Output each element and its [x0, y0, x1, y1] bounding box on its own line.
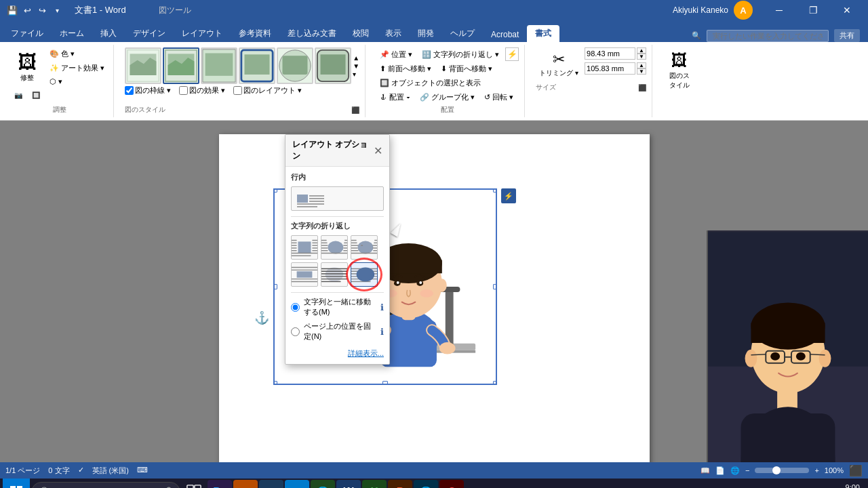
width-down[interactable]: ▼ — [637, 54, 646, 60]
handle-bm[interactable] — [382, 381, 388, 385]
taskbar-app-word[interactable]: W — [336, 480, 361, 488]
word-count[interactable]: 0 文字 — [48, 466, 69, 476]
radio-fix-position-input[interactable] — [291, 327, 300, 336]
style-scroll-down[interactable]: ▼ — [353, 62, 359, 70]
border-checkbox[interactable] — [125, 86, 134, 95]
compress-btn[interactable]: ⬡ ▾ — [46, 76, 108, 87]
tab-home[interactable]: ホーム — [52, 25, 92, 42]
rotate-btn[interactable]: ↺ 回転 ▾ — [481, 91, 517, 104]
taskbar-app-outlook[interactable]: 🌐 — [414, 480, 438, 488]
tab-mailings[interactable]: 差し込み文書 — [279, 25, 344, 42]
style-scroll-up[interactable]: ▲ — [353, 54, 359, 62]
read-mode-icon[interactable]: 📖 — [701, 466, 710, 475]
web-layout-icon[interactable]: 🌐 — [730, 466, 740, 475]
scroll-fit-btn[interactable]: ⬛ — [849, 464, 863, 477]
page-count[interactable]: 1/1 ページ — [5, 466, 40, 476]
radio-move-with-text[interactable]: 文字列と一緒に移動する(M) ℹ — [291, 297, 384, 317]
handle-tr[interactable] — [493, 188, 497, 192]
style-more[interactable]: ▾ — [353, 70, 359, 78]
handle-ml[interactable] — [273, 284, 277, 289]
style-thumb-3[interactable] — [201, 47, 237, 84]
selection-pane-btn[interactable]: 🔲 オブジェクトの選択と表示 — [376, 77, 484, 89]
crop-btn[interactable]: ✂ トリミング ▾ — [536, 47, 582, 81]
start-button[interactable] — [3, 479, 30, 488]
redo-button[interactable]: ↪ — [35, 3, 49, 17]
taskbar-app-wacom[interactable]: W — [259, 480, 283, 488]
taskbar-app-filezilla[interactable]: FZ — [233, 480, 258, 488]
align-btn[interactable]: ⫝̸ 配置 ▾ — [376, 91, 414, 104]
size-more[interactable]: ⬛ — [638, 84, 646, 92]
move-help-icon[interactable]: ℹ — [380, 302, 384, 312]
style-thumb-6[interactable] — [315, 47, 351, 84]
layout-option-inline[interactable] — [291, 186, 384, 211]
layout-options-btn[interactable]: ⚡ — [505, 47, 519, 61]
zoom-out-btn[interactable]: − — [745, 466, 749, 474]
handle-br[interactable] — [493, 381, 497, 385]
customize-qat-button[interactable]: ▾ — [50, 3, 64, 17]
color-btn[interactable]: 🎨 色 ▾ — [46, 47, 108, 60]
tab-acrobat[interactable]: Acrobat — [483, 27, 527, 42]
effect-checkbox[interactable] — [179, 86, 188, 95]
tab-references[interactable]: 参考資料 — [231, 25, 279, 42]
style-thumb-1[interactable] — [125, 47, 161, 84]
taskbar-app-browser[interactable]: 🌐 — [311, 480, 335, 488]
tab-view[interactable]: 表示 — [377, 25, 410, 42]
print-layout-icon[interactable]: 📄 — [715, 466, 725, 475]
layout-check[interactable] — [233, 86, 242, 95]
new-style-btn[interactable]: 🖼 図のスタイル — [663, 47, 696, 94]
language[interactable]: 英語 (米国) — [92, 466, 129, 476]
tab-insert[interactable]: 挿入 — [92, 25, 125, 42]
search-input[interactable] — [707, 30, 829, 42]
zoom-in-btn[interactable]: + — [814, 466, 818, 474]
restore-button[interactable]: ❐ — [797, 0, 829, 20]
handle-mr[interactable] — [493, 284, 497, 289]
group-btn[interactable]: 🔗 グループ化 ▾ — [416, 91, 478, 104]
layout-options-icon[interactable]: ⚡ — [501, 188, 516, 203]
layout-panel-close-button[interactable]: ✕ — [374, 144, 382, 157]
fix-help-icon[interactable]: ℹ — [380, 327, 384, 337]
tab-format[interactable]: 書式 — [527, 25, 559, 42]
radio-fix-position[interactable]: ページ上の位置を固定(N) ℹ — [291, 321, 384, 342]
send-backward-btn[interactable]: ⬇ 背面へ移動 ▾ — [437, 62, 496, 75]
layout-option-behind[interactable] — [321, 262, 348, 287]
taskbar-app-excel[interactable]: X — [362, 480, 387, 488]
taskbar-app-cast[interactable]: C — [439, 480, 464, 488]
tab-layout[interactable]: レイアウト — [174, 25, 231, 42]
taskbar-task-view[interactable] — [182, 480, 206, 488]
position-btn[interactable]: 📌 位置 ▾ — [376, 47, 416, 61]
minimize-button[interactable]: ─ — [764, 0, 795, 20]
width-up[interactable]: ▲ — [637, 47, 646, 54]
tab-dev[interactable]: 開発 — [410, 25, 442, 42]
undo-button[interactable]: ↩ — [20, 3, 34, 17]
remove-bg-btn[interactable]: 🔲 — [28, 90, 43, 100]
input-mode-icon[interactable]: ⌨ — [137, 466, 148, 476]
width-input[interactable] — [585, 47, 635, 60]
layout-option-infront[interactable] — [351, 262, 378, 287]
style-thumb-2[interactable] — [163, 47, 199, 84]
layout-option-topbottom[interactable] — [291, 262, 318, 287]
taskbar-app-vscode[interactable]: ⌨ — [285, 480, 309, 488]
height-up[interactable]: ▲ — [637, 62, 646, 68]
taskbar-app-photoshop[interactable]: Ps — [208, 480, 232, 488]
layout-option-tight[interactable] — [321, 235, 348, 260]
layout-option-square[interactable] — [291, 235, 318, 260]
layout-option-through[interactable] — [351, 235, 378, 260]
tab-review[interactable]: 校閲 — [344, 25, 377, 42]
style-thumb-5[interactable] — [277, 47, 313, 84]
height-input[interactable] — [585, 62, 635, 75]
height-down[interactable]: ▼ — [637, 68, 646, 75]
style-thumb-4[interactable] — [239, 47, 275, 84]
change-picture-btn[interactable]: 📷 — [11, 90, 26, 100]
wrap-text-btn[interactable]: 🔠 文字列の折り返し ▾ — [418, 47, 502, 61]
tab-design[interactable]: デザイン — [125, 25, 174, 42]
handle-tl[interactable] — [273, 188, 277, 192]
bring-forward-btn[interactable]: ⬆ 前面へ移動 ▾ — [376, 62, 435, 75]
proofing-icon[interactable]: ✓ — [78, 466, 84, 476]
tab-help[interactable]: ヘルプ — [442, 25, 483, 42]
share-button[interactable]: 共有 — [834, 29, 860, 42]
radio-move-with-text-input[interactable] — [291, 303, 300, 312]
details-link[interactable]: 詳細表示... — [291, 346, 384, 359]
art-effect-btn[interactable]: ✨ アート効果 ▾ — [46, 62, 108, 75]
close-button[interactable]: ✕ — [831, 0, 863, 20]
zoom-level[interactable]: 100% — [825, 466, 844, 474]
